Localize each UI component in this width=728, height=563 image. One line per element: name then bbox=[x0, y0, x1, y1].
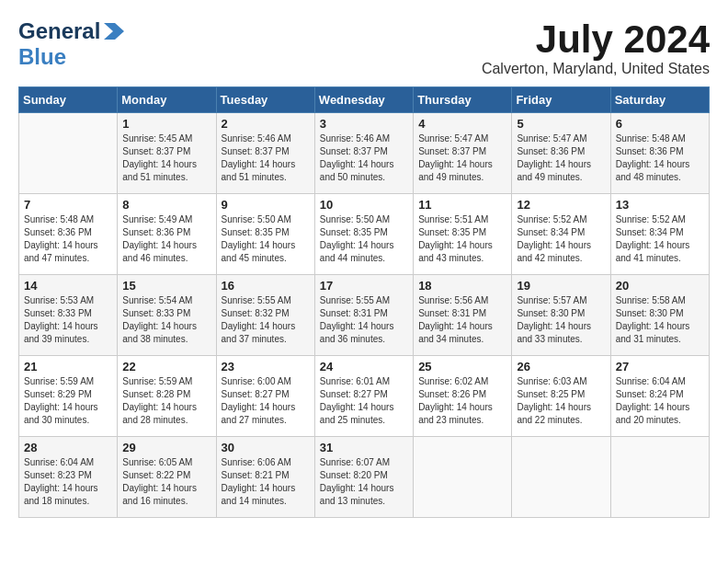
day-number: 9 bbox=[222, 198, 310, 212]
day-number: 27 bbox=[616, 360, 704, 373]
day-number: 2 bbox=[222, 117, 310, 131]
calendar-cell: 25Sunrise: 6:02 AM Sunset: 8:26 PM Dayli… bbox=[414, 356, 512, 437]
logo-chevron-icon bbox=[104, 23, 124, 40]
day-header-sunday: Sunday bbox=[19, 87, 118, 113]
day-number: 13 bbox=[616, 198, 704, 212]
day-number: 18 bbox=[418, 279, 506, 293]
day-header-friday: Friday bbox=[512, 87, 610, 113]
day-content: Sunrise: 6:07 AM Sunset: 8:20 PM Dayligh… bbox=[320, 456, 408, 508]
day-content: Sunrise: 6:04 AM Sunset: 8:24 PM Dayligh… bbox=[616, 375, 704, 427]
calendar-cell: 18Sunrise: 5:56 AM Sunset: 8:31 PM Dayli… bbox=[414, 275, 512, 356]
calendar-cell: 10Sunrise: 5:50 AM Sunset: 8:35 PM Dayli… bbox=[314, 194, 413, 275]
calendar-cell: 12Sunrise: 5:52 AM Sunset: 8:34 PM Dayli… bbox=[512, 194, 610, 275]
calendar-cell: 29Sunrise: 6:05 AM Sunset: 8:22 PM Dayli… bbox=[118, 437, 216, 518]
day-content: Sunrise: 5:59 AM Sunset: 8:28 PM Dayligh… bbox=[122, 375, 210, 427]
calendar-cell: 28Sunrise: 6:04 AM Sunset: 8:23 PM Dayli… bbox=[19, 437, 118, 518]
day-content: Sunrise: 5:48 AM Sunset: 8:36 PM Dayligh… bbox=[24, 213, 112, 265]
calendar-cell: 11Sunrise: 5:51 AM Sunset: 8:35 PM Dayli… bbox=[414, 194, 512, 275]
day-number: 31 bbox=[320, 441, 408, 454]
calendar-body: 1Sunrise: 5:45 AM Sunset: 8:37 PM Daylig… bbox=[19, 113, 710, 518]
day-number: 1 bbox=[122, 117, 210, 131]
day-number: 3 bbox=[320, 117, 408, 131]
day-content: Sunrise: 6:03 AM Sunset: 8:25 PM Dayligh… bbox=[517, 375, 605, 427]
calendar-cell bbox=[414, 437, 512, 518]
calendar-cell: 17Sunrise: 5:55 AM Sunset: 8:31 PM Dayli… bbox=[314, 275, 413, 356]
calendar-cell: 16Sunrise: 5:55 AM Sunset: 8:32 PM Dayli… bbox=[216, 275, 314, 356]
day-content: Sunrise: 5:57 AM Sunset: 8:30 PM Dayligh… bbox=[517, 294, 605, 346]
day-number: 22 bbox=[122, 360, 210, 373]
title-block: July 2024 Calverton, Maryland, United St… bbox=[482, 18, 710, 77]
logo: General Blue bbox=[18, 18, 124, 70]
day-content: Sunrise: 5:54 AM Sunset: 8:33 PM Dayligh… bbox=[122, 294, 210, 346]
calendar-cell bbox=[610, 437, 709, 518]
day-content: Sunrise: 6:04 AM Sunset: 8:23 PM Dayligh… bbox=[24, 456, 112, 508]
calendar-cell: 27Sunrise: 6:04 AM Sunset: 8:24 PM Dayli… bbox=[610, 356, 709, 437]
day-number: 26 bbox=[517, 360, 605, 373]
calendar-cell: 4Sunrise: 5:47 AM Sunset: 8:37 PM Daylig… bbox=[414, 113, 512, 194]
calendar-cell: 19Sunrise: 5:57 AM Sunset: 8:30 PM Dayli… bbox=[512, 275, 610, 356]
calendar-table: SundayMondayTuesdayWednesdayThursdayFrid… bbox=[18, 86, 710, 518]
day-number: 4 bbox=[418, 117, 506, 131]
calendar-cell bbox=[512, 437, 610, 518]
day-content: Sunrise: 5:50 AM Sunset: 8:35 PM Dayligh… bbox=[320, 213, 408, 265]
calendar-cell bbox=[19, 113, 118, 194]
day-header-row: SundayMondayTuesdayWednesdayThursdayFrid… bbox=[19, 87, 710, 113]
calendar-cell: 5Sunrise: 5:47 AM Sunset: 8:36 PM Daylig… bbox=[512, 113, 610, 194]
day-content: Sunrise: 5:47 AM Sunset: 8:37 PM Dayligh… bbox=[418, 132, 506, 184]
week-row-1: 1Sunrise: 5:45 AM Sunset: 8:37 PM Daylig… bbox=[19, 113, 710, 194]
day-number: 15 bbox=[122, 279, 210, 293]
day-header-thursday: Thursday bbox=[414, 87, 512, 113]
page-header: General Blue July 2024 Calverton, Maryla… bbox=[18, 18, 710, 77]
calendar-cell: 31Sunrise: 6:07 AM Sunset: 8:20 PM Dayli… bbox=[314, 437, 413, 518]
day-header-saturday: Saturday bbox=[610, 87, 709, 113]
day-content: Sunrise: 5:52 AM Sunset: 8:34 PM Dayligh… bbox=[517, 213, 605, 265]
day-content: Sunrise: 5:47 AM Sunset: 8:36 PM Dayligh… bbox=[517, 132, 605, 184]
day-number: 23 bbox=[222, 360, 310, 373]
calendar-cell: 9Sunrise: 5:50 AM Sunset: 8:35 PM Daylig… bbox=[216, 194, 314, 275]
day-number: 5 bbox=[517, 117, 605, 131]
day-content: Sunrise: 6:02 AM Sunset: 8:26 PM Dayligh… bbox=[418, 375, 506, 427]
calendar-cell: 7Sunrise: 5:48 AM Sunset: 8:36 PM Daylig… bbox=[19, 194, 118, 275]
calendar-cell: 3Sunrise: 5:46 AM Sunset: 8:37 PM Daylig… bbox=[314, 113, 413, 194]
day-header-monday: Monday bbox=[118, 87, 216, 113]
calendar-cell: 21Sunrise: 5:59 AM Sunset: 8:29 PM Dayli… bbox=[19, 356, 118, 437]
calendar-cell: 20Sunrise: 5:58 AM Sunset: 8:30 PM Dayli… bbox=[610, 275, 709, 356]
day-content: Sunrise: 6:00 AM Sunset: 8:27 PM Dayligh… bbox=[222, 375, 310, 427]
day-header-wednesday: Wednesday bbox=[314, 87, 413, 113]
week-row-5: 28Sunrise: 6:04 AM Sunset: 8:23 PM Dayli… bbox=[19, 437, 710, 518]
week-row-2: 7Sunrise: 5:48 AM Sunset: 8:36 PM Daylig… bbox=[19, 194, 710, 275]
day-content: Sunrise: 5:55 AM Sunset: 8:31 PM Dayligh… bbox=[320, 294, 408, 346]
day-content: Sunrise: 5:50 AM Sunset: 8:35 PM Dayligh… bbox=[222, 213, 310, 265]
logo-blue: Blue bbox=[18, 44, 66, 70]
day-number: 19 bbox=[517, 279, 605, 293]
week-row-4: 21Sunrise: 5:59 AM Sunset: 8:29 PM Dayli… bbox=[19, 356, 710, 437]
calendar-cell: 14Sunrise: 5:53 AM Sunset: 8:33 PM Dayli… bbox=[19, 275, 118, 356]
logo-general: General bbox=[18, 18, 100, 44]
calendar-header: SundayMondayTuesdayWednesdayThursdayFrid… bbox=[19, 87, 710, 113]
day-number: 24 bbox=[320, 360, 408, 373]
day-number: 12 bbox=[517, 198, 605, 212]
day-content: Sunrise: 5:55 AM Sunset: 8:32 PM Dayligh… bbox=[222, 294, 310, 346]
day-content: Sunrise: 5:51 AM Sunset: 8:35 PM Dayligh… bbox=[418, 213, 506, 265]
day-content: Sunrise: 5:59 AM Sunset: 8:29 PM Dayligh… bbox=[24, 375, 112, 427]
day-content: Sunrise: 5:46 AM Sunset: 8:37 PM Dayligh… bbox=[222, 132, 310, 184]
day-content: Sunrise: 5:46 AM Sunset: 8:37 PM Dayligh… bbox=[320, 132, 408, 184]
day-content: Sunrise: 5:56 AM Sunset: 8:31 PM Dayligh… bbox=[418, 294, 506, 346]
calendar-cell: 6Sunrise: 5:48 AM Sunset: 8:36 PM Daylig… bbox=[610, 113, 709, 194]
day-number: 28 bbox=[24, 441, 112, 454]
day-number: 8 bbox=[122, 198, 210, 212]
calendar-cell: 15Sunrise: 5:54 AM Sunset: 8:33 PM Dayli… bbox=[118, 275, 216, 356]
svg-marker-0 bbox=[104, 23, 124, 40]
day-content: Sunrise: 5:48 AM Sunset: 8:36 PM Dayligh… bbox=[616, 132, 704, 184]
day-content: Sunrise: 5:53 AM Sunset: 8:33 PM Dayligh… bbox=[24, 294, 112, 346]
location: Calverton, Maryland, United States bbox=[482, 61, 710, 77]
day-header-tuesday: Tuesday bbox=[216, 87, 314, 113]
calendar-cell: 24Sunrise: 6:01 AM Sunset: 8:27 PM Dayli… bbox=[314, 356, 413, 437]
day-content: Sunrise: 6:06 AM Sunset: 8:21 PM Dayligh… bbox=[222, 456, 310, 508]
calendar-cell: 8Sunrise: 5:49 AM Sunset: 8:36 PM Daylig… bbox=[118, 194, 216, 275]
day-number: 29 bbox=[122, 441, 210, 454]
day-number: 14 bbox=[24, 279, 112, 293]
calendar-cell: 1Sunrise: 5:45 AM Sunset: 8:37 PM Daylig… bbox=[118, 113, 216, 194]
calendar-cell: 23Sunrise: 6:00 AM Sunset: 8:27 PM Dayli… bbox=[216, 356, 314, 437]
calendar-cell: 22Sunrise: 5:59 AM Sunset: 8:28 PM Dayli… bbox=[118, 356, 216, 437]
